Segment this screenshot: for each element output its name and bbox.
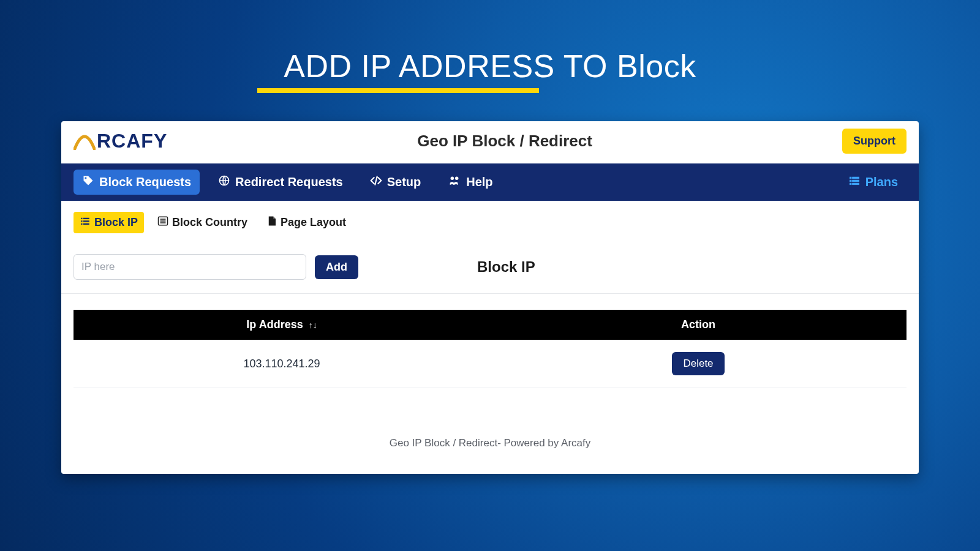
tab-label: Redirect Requests: [235, 175, 343, 189]
svg-rect-10: [81, 218, 82, 219]
app-window: RCAFY Geo IP Block / Redirect Support Bl…: [61, 121, 919, 474]
list-icon: [80, 216, 91, 230]
sort-icon: ↑↓: [309, 320, 317, 330]
tab-label: Setup: [387, 175, 421, 189]
tab-label: Help: [466, 175, 492, 189]
list-boxed-icon: [157, 216, 168, 230]
subtab-block-ip[interactable]: Block IP: [74, 212, 144, 233]
nav-left: Block Requests Redirect Requests Setup H…: [74, 170, 502, 195]
ip-table: Ip Address ↑↓ Action 103.110.241.29 Dele…: [74, 310, 907, 388]
footer-text: Geo IP Block / Redirect- Powered by Arca…: [61, 388, 919, 474]
subtab-label: Block IP: [94, 216, 138, 229]
svg-rect-11: [83, 218, 89, 219]
col-label: Action: [681, 318, 715, 331]
svg-rect-14: [81, 223, 82, 225]
tab-redirect-requests[interactable]: Redirect Requests: [209, 170, 352, 195]
svg-rect-15: [83, 223, 89, 225]
svg-rect-8: [850, 183, 851, 185]
list-icon: [848, 174, 861, 190]
tab-block-requests[interactable]: Block Requests: [74, 170, 200, 195]
slide-title: ADD IP ADDRESS TO Block: [0, 0, 980, 93]
subtab-label: Page Layout: [281, 216, 346, 229]
ip-input[interactable]: [74, 254, 306, 280]
main-nav: Block Requests Redirect Requests Setup H…: [61, 163, 919, 201]
table-row: 103.110.241.29 Delete: [74, 340, 907, 388]
tab-help[interactable]: Help: [439, 170, 501, 195]
subtab-block-country[interactable]: Block Country: [151, 212, 254, 233]
brand-logo: RCAFY: [74, 130, 167, 152]
svg-rect-12: [81, 220, 82, 222]
cell-ip: 103.110.241.29: [74, 340, 490, 388]
svg-point-3: [455, 177, 459, 181]
title-underline: [257, 88, 539, 93]
col-ip-address[interactable]: Ip Address ↑↓: [74, 310, 490, 340]
tab-setup[interactable]: Setup: [361, 170, 430, 195]
page-title: Geo IP Block / Redirect: [417, 132, 592, 151]
tag-icon: [82, 174, 94, 190]
add-ip-form: Add Block IP: [61, 239, 919, 294]
support-button[interactable]: Support: [842, 129, 907, 154]
globe-icon: [218, 174, 230, 190]
col-action: Action: [490, 310, 907, 340]
svg-rect-9: [852, 183, 859, 185]
app-header: RCAFY Geo IP Block / Redirect Support: [61, 121, 919, 163]
cell-action: Delete: [490, 340, 907, 388]
table-header-row: Ip Address ↑↓ Action: [74, 310, 907, 340]
svg-rect-7: [852, 180, 859, 182]
svg-point-0: [85, 177, 86, 179]
subtab-label: Block Country: [172, 216, 247, 229]
nav-right: Plans: [840, 170, 907, 195]
section-title: Block IP: [477, 258, 535, 276]
delete-button[interactable]: Delete: [672, 352, 724, 375]
tab-label: Plans: [865, 175, 898, 189]
help-hands-icon: [448, 174, 461, 190]
col-label: Ip Address: [246, 318, 303, 331]
svg-rect-5: [852, 177, 859, 179]
svg-rect-6: [850, 180, 851, 182]
tab-label: Block Requests: [99, 175, 191, 189]
arcafy-arch-icon: [74, 133, 96, 150]
code-icon: [370, 174, 382, 190]
svg-rect-13: [83, 220, 89, 222]
slide-title-text: ADD IP ADDRESS TO Block: [284, 48, 696, 84]
brand-text: RCAFY: [97, 130, 167, 152]
add-button[interactable]: Add: [315, 255, 358, 279]
sub-tabs: Block IP Block Country Page Layout: [61, 201, 919, 239]
svg-point-2: [451, 177, 454, 181]
brand-rest: RCAFY: [97, 130, 167, 152]
subtab-page-layout[interactable]: Page Layout: [261, 212, 352, 233]
tab-plans[interactable]: Plans: [840, 170, 907, 195]
svg-rect-4: [850, 177, 851, 179]
document-icon: [267, 216, 277, 230]
